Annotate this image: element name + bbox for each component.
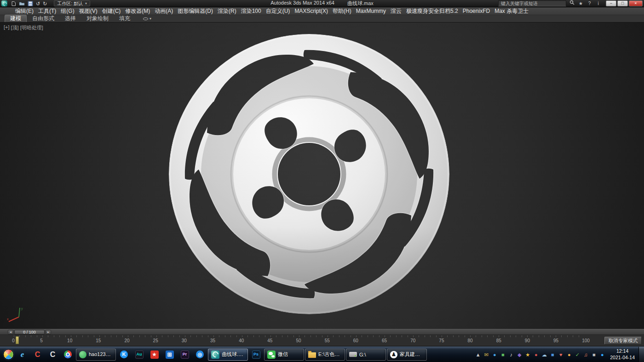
close-button[interactable]: ×	[629, 0, 643, 6]
ribbon-tab-selection[interactable]: 选择	[60, 15, 81, 22]
undo-button[interactable]: ↺	[36, 0, 40, 7]
tray-icon[interactable]: ●	[533, 351, 539, 358]
model-3d-swirl-sphere[interactable]	[162, 27, 456, 321]
help-icon[interactable]: ?	[586, 0, 592, 7]
workspace-dropdown[interactable]: 工作区: 默认 ▾	[54, 0, 90, 6]
taskbar-blue-tiles-app[interactable]: ⊞	[162, 349, 177, 361]
info-icon[interactable]: i	[595, 0, 601, 7]
ribbon-tab-object-paint[interactable]: 对象绘制	[81, 15, 114, 22]
titlebar-right: ★ ? i − □ ×	[498, 0, 643, 7]
taskbar-folder-window[interactable]: E:\古色高级...	[305, 349, 345, 361]
search-icon[interactable]	[569, 0, 575, 7]
menu-item[interactable]: Max 杀毒卫士	[492, 7, 531, 15]
menu-item[interactable]: 渲染(R)	[215, 7, 239, 15]
menu-item[interactable]: 组(G)	[58, 7, 76, 15]
taskbar-drive-window[interactable]: G:\	[346, 349, 386, 361]
time-slider-handle[interactable]: 0 / 100	[14, 330, 45, 334]
tray-icon[interactable]: ♥	[558, 351, 564, 358]
app-icon	[308, 352, 316, 358]
tray-icon[interactable]: ♫	[582, 351, 589, 358]
taskbar-clock[interactable]: 12:14 2021-04-14	[608, 348, 638, 361]
ribbon-tab-populate[interactable]: 填充	[114, 15, 135, 22]
tray-icon[interactable]: ♪	[508, 351, 514, 358]
taskbar-gray-c-app[interactable]: C	[46, 349, 60, 361]
tray-icon[interactable]: ◆	[516, 351, 523, 358]
tray-icon[interactable]: ●	[566, 351, 572, 358]
menu-item[interactable]: 工具(T)	[36, 7, 58, 15]
menu-item[interactable]: 编辑(E)	[13, 7, 36, 15]
viewport-menu-general[interactable]: [+]	[4, 24, 10, 31]
menu-item[interactable]: 帮助(H)	[330, 7, 354, 15]
menu-item[interactable]: MAXScript(X)	[292, 7, 330, 15]
menu-item[interactable]: 自定义(U)	[264, 7, 293, 15]
menu-item[interactable]: 视图(V)	[77, 7, 100, 15]
start-button[interactable]	[3, 349, 14, 360]
taskbar-red-app[interactable]: ★	[147, 349, 161, 361]
cancel-expert-mode-button[interactable]: 取消专家模式	[604, 337, 642, 345]
ribbon-tab-freeform[interactable]: 自由形式	[27, 15, 59, 22]
new-file-icon	[11, 1, 16, 6]
menu-item[interactable]: 修改器(M)	[123, 7, 152, 15]
search-input[interactable]	[498, 0, 566, 6]
tray-icon[interactable]: ●	[599, 351, 605, 358]
tray-icon[interactable]: ■	[549, 351, 556, 358]
ribbon-tabbar: 建模 自由形式 选择 对象绘制 填充 ▾	[0, 15, 644, 23]
ribbon-tab-label: 对象绘制	[86, 15, 109, 22]
save-button[interactable]	[28, 0, 33, 7]
taskbar-qq-window[interactable]: ♟ 家具建模交...	[387, 349, 427, 361]
frame-ruler: 0510152025303540455055606570758085909510…	[11, 338, 590, 343]
taskbar-wechat-window[interactable]: 微信	[264, 349, 304, 361]
menu-item[interactable]: 渲云	[388, 7, 404, 15]
open-file-button[interactable]	[19, 0, 25, 7]
taskbar-photoshop[interactable]: Ps	[249, 349, 263, 361]
app-icon	[79, 351, 86, 358]
taskbar-k-app[interactable]: K	[117, 349, 131, 361]
tray-icon[interactable]: ★	[524, 351, 531, 358]
taskbar-premiere[interactable]: Pr	[178, 349, 192, 361]
redo-button[interactable]: ↻	[43, 0, 47, 7]
viewport-menu-shading[interactable]: [明暗处理]	[20, 24, 43, 31]
frame-tick-label: 0	[11, 338, 16, 343]
menu-item[interactable]: 动画(A)	[152, 7, 175, 15]
frame-tick-label: 65	[382, 338, 387, 343]
taskbar-3dsmax-window[interactable]: 曲线球.ma...	[208, 349, 248, 361]
taskbar-ie[interactable]: e	[15, 349, 29, 361]
ribbon-minimize-toggle[interactable]: ▾	[143, 17, 151, 22]
taskbar-audition[interactable]: Au	[132, 349, 146, 361]
app-icon	[64, 351, 72, 358]
tray-icon[interactable]: ▲	[475, 351, 481, 358]
minimize-button[interactable]: −	[606, 0, 616, 6]
show-desktop-button[interactable]	[638, 347, 644, 362]
new-file-button[interactable]	[11, 0, 16, 7]
menu-item[interactable]: 图形编辑器(D)	[175, 7, 215, 15]
taskbar-hao123-window[interactable]: hao123_上...	[76, 349, 116, 361]
ribbon-tabs: 建模 自由形式 选择 对象绘制 填充	[5, 15, 136, 22]
favorites-icon[interactable]: ★	[578, 0, 584, 7]
app-icon: ⊞	[166, 351, 174, 359]
time-slider-track[interactable]: ◄ 0 / 100 ►	[0, 329, 644, 335]
frame-tick-label: 25	[153, 338, 158, 343]
maximize-button[interactable]: □	[617, 0, 628, 6]
menu-item[interactable]: PhoenixFD	[460, 7, 492, 15]
tray-icon[interactable]: ●	[491, 351, 498, 358]
menu-item[interactable]: MaxMummy	[354, 7, 388, 15]
next-frame-button[interactable]: ►	[46, 330, 51, 334]
previous-frame-button[interactable]: ◄	[8, 330, 13, 334]
tray-icon[interactable]: ■	[591, 351, 597, 358]
ribbon-tab-modeling[interactable]: 建模	[5, 15, 27, 22]
tray-icon[interactable]: ✉	[483, 351, 489, 358]
app-icon: C	[34, 351, 42, 359]
menu-item[interactable]: 创建(C)	[100, 7, 123, 15]
3dsmax-logo-icon[interactable]	[1, 0, 7, 6]
track-bar[interactable]: 0510152025303540455055606570758085909510…	[0, 335, 644, 346]
tray-icon[interactable]: ☁	[541, 351, 547, 358]
taskbar-blue-circle-app[interactable]: ◎	[193, 349, 207, 361]
tray-icon[interactable]: ✓	[574, 351, 581, 358]
tray-icon[interactable]: ■	[500, 351, 506, 358]
menu-item[interactable]: 渲染100	[239, 7, 264, 15]
taskbar-red-c-app[interactable]: C	[30, 349, 45, 361]
viewport[interactable]: [+] [顶] [明暗处理]	[0, 23, 644, 329]
menu-item[interactable]: 极速瘦身安全归档5.2	[404, 7, 460, 15]
viewport-menu-pov[interactable]: [顶]	[11, 24, 19, 31]
taskbar-chrome[interactable]	[61, 349, 75, 361]
